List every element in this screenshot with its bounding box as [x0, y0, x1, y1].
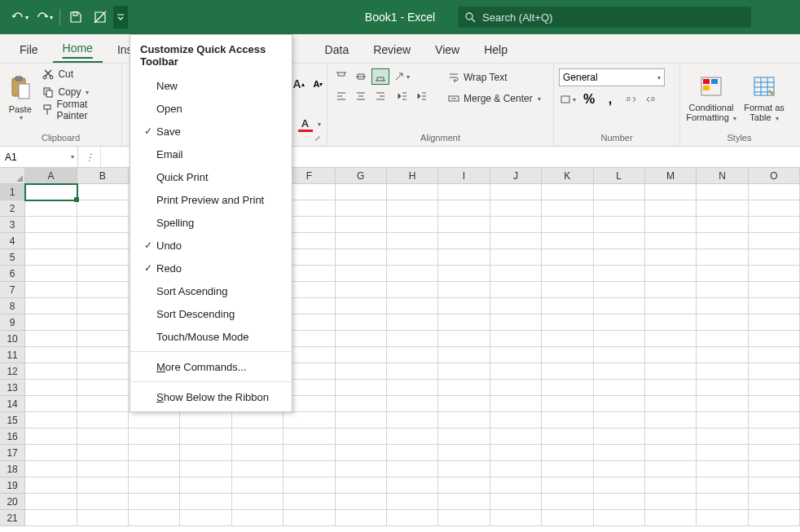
align-top-button[interactable] — [332, 68, 350, 85]
cell[interactable] — [77, 429, 129, 445]
cell[interactable] — [697, 347, 748, 363]
redo-button[interactable]: ▾ — [33, 6, 55, 29]
cell[interactable] — [490, 445, 542, 461]
qat-menu-item[interactable]: Sort Descending — [130, 302, 292, 325]
cell[interactable] — [490, 200, 542, 217]
cell[interactable] — [697, 282, 748, 298]
row-header[interactable]: 4 — [0, 233, 25, 249]
cell[interactable] — [77, 445, 129, 461]
name-box[interactable]: A1 ▾ — [0, 147, 78, 167]
cell[interactable] — [749, 429, 800, 445]
cell[interactable] — [387, 445, 438, 461]
cell[interactable] — [336, 217, 387, 233]
qat-menu-item[interactable]: ✓Save — [130, 120, 292, 143]
shrink-font-button[interactable]: A▾ — [310, 76, 327, 92]
cell[interactable] — [542, 184, 593, 200]
cell[interactable] — [645, 396, 697, 412]
cell[interactable] — [77, 363, 129, 380]
cell[interactable] — [438, 380, 490, 396]
cell[interactable] — [490, 477, 542, 494]
cell[interactable] — [25, 510, 77, 526]
cell[interactable] — [387, 331, 438, 347]
cell[interactable] — [77, 200, 129, 217]
cell[interactable] — [749, 266, 800, 282]
decrease-indent-button[interactable] — [393, 88, 411, 104]
cell[interactable] — [284, 461, 335, 477]
qat-menu-item[interactable]: Spelling — [130, 211, 292, 234]
comma-button[interactable]: , — [601, 91, 619, 108]
cell[interactable] — [387, 380, 438, 396]
cell[interactable] — [594, 266, 645, 282]
qat-menu-item[interactable]: Email — [130, 143, 292, 165]
conditional-formatting-button[interactable]: Conditional Formatting ▾ — [685, 65, 737, 130]
tab-home[interactable]: Home — [53, 35, 103, 63]
cell[interactable] — [542, 298, 593, 314]
cell[interactable] — [645, 380, 697, 396]
cell[interactable] — [490, 233, 542, 249]
cell[interactable] — [336, 347, 387, 363]
row-header[interactable]: 9 — [0, 314, 25, 331]
cell[interactable] — [542, 494, 593, 510]
cell[interactable] — [438, 217, 490, 233]
cell[interactable] — [25, 347, 77, 363]
cell[interactable] — [542, 314, 593, 331]
cell[interactable] — [697, 380, 748, 396]
number-format-dropdown[interactable]: General ▾ — [559, 68, 665, 86]
cell[interactable] — [542, 347, 593, 363]
cell[interactable] — [542, 233, 593, 249]
cell[interactable] — [438, 396, 490, 412]
cell[interactable] — [645, 200, 697, 217]
cell[interactable] — [129, 510, 180, 526]
qat-menu-item[interactable]: Print Preview and Print — [130, 188, 292, 211]
dialog-launcher-icon[interactable]: ⤢ — [312, 133, 323, 144]
cell[interactable] — [438, 298, 490, 314]
select-all-button[interactable] — [0, 168, 25, 184]
chevron-down-icon[interactable]: ▾ — [71, 153, 74, 160]
autosave-button[interactable] — [89, 6, 112, 29]
cell[interactable] — [749, 494, 800, 510]
cell[interactable] — [387, 363, 438, 380]
cell[interactable] — [438, 249, 490, 266]
cell[interactable] — [645, 429, 697, 445]
cell[interactable] — [180, 461, 231, 477]
qat-menu-item[interactable]: Open — [130, 97, 292, 120]
cell[interactable] — [25, 461, 77, 477]
cell[interactable] — [336, 298, 387, 314]
cell[interactable] — [645, 477, 697, 494]
row-header[interactable]: 8 — [0, 298, 25, 314]
row-header[interactable]: 17 — [0, 445, 25, 461]
cell[interactable] — [594, 184, 645, 200]
cell[interactable] — [594, 477, 645, 494]
cell[interactable] — [542, 396, 593, 412]
cell[interactable] — [336, 282, 387, 298]
cell[interactable] — [542, 461, 593, 477]
cell[interactable] — [645, 266, 697, 282]
tab-file[interactable]: File — [10, 37, 48, 63]
cell[interactable] — [180, 494, 231, 510]
cell[interactable] — [490, 314, 542, 331]
wrap-text-button[interactable]: Wrap Text — [444, 68, 544, 86]
cell[interactable] — [438, 445, 490, 461]
cell[interactable] — [387, 461, 438, 477]
cell[interactable] — [645, 412, 697, 429]
cell[interactable] — [25, 412, 77, 429]
cell[interactable] — [25, 282, 77, 298]
font-color-button[interactable]: A — [297, 117, 314, 132]
cell[interactable] — [490, 412, 542, 429]
cell[interactable] — [77, 396, 129, 412]
align-right-button[interactable] — [371, 88, 389, 104]
cell[interactable] — [645, 363, 697, 380]
cell[interactable] — [697, 363, 748, 380]
cell[interactable] — [542, 380, 593, 396]
row-header[interactable]: 2 — [0, 200, 25, 217]
qat-menu-item[interactable]: ✓Undo — [130, 234, 292, 257]
cell[interactable] — [697, 200, 748, 217]
cell[interactable] — [594, 249, 645, 266]
row-header[interactable]: 6 — [0, 266, 25, 282]
cell[interactable] — [387, 347, 438, 363]
cell[interactable] — [438, 412, 490, 429]
row-header[interactable]: 14 — [0, 396, 25, 412]
tab-review[interactable]: Review — [363, 37, 420, 63]
cell[interactable] — [25, 363, 77, 380]
cell[interactable] — [490, 249, 542, 266]
